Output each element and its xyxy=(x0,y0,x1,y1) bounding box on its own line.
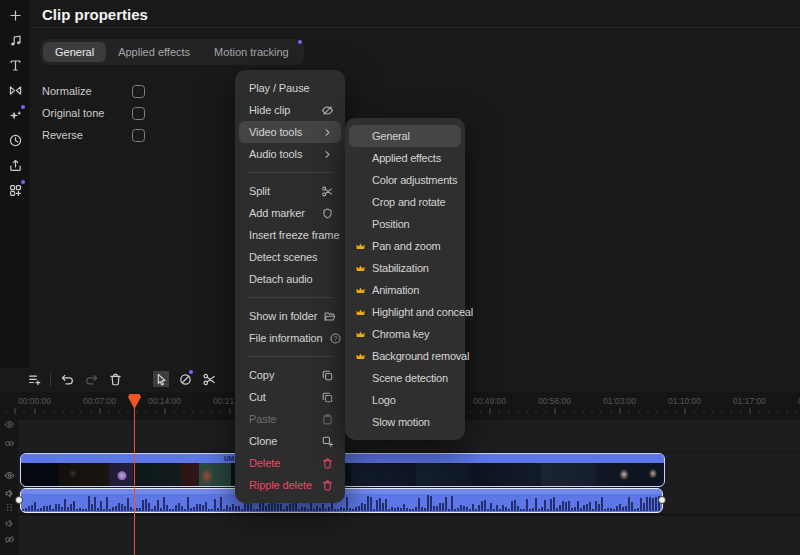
menu-item-delete[interactable]: Delete xyxy=(239,452,341,474)
submenu-item-applied-effects[interactable]: Applied effects xyxy=(349,147,461,169)
submenu-item-chroma-key[interactable]: Chroma key xyxy=(349,323,461,345)
premium-crown-icon xyxy=(355,329,366,340)
premium-crown-icon xyxy=(355,351,366,362)
menu-item-label: Insert freeze frame xyxy=(249,229,339,241)
menu-item-add-marker[interactable]: Add marker xyxy=(239,202,341,224)
track3-link-off-icon[interactable] xyxy=(4,534,15,545)
menu-item-label: Copy xyxy=(249,369,274,381)
track2-mute-icon[interactable] xyxy=(4,488,15,499)
track1-link-icon[interactable] xyxy=(4,438,15,449)
context-menu: Play / Pause Hide clip Video tools Audio… xyxy=(235,70,345,503)
menu-item-icon xyxy=(321,435,334,448)
submenu-item-scene-detection[interactable]: Scene detection xyxy=(349,367,461,389)
notification-dot xyxy=(21,180,25,184)
menu-item-icon xyxy=(321,413,334,426)
sidebar-item-export[interactable] xyxy=(4,155,26,176)
submenu-item-position[interactable]: Position xyxy=(349,213,461,235)
menu-item-play-pause[interactable]: Play / Pause xyxy=(239,77,341,99)
toolbar-button-delete[interactable] xyxy=(107,371,123,387)
submenu-item-color-adjustments[interactable]: Color adjustments xyxy=(349,169,461,191)
submenu-item-label: Color adjustments xyxy=(372,174,457,186)
menu-item-insert-freeze-frame[interactable]: Insert freeze frame xyxy=(239,224,341,246)
menu-item-copy[interactable]: Copy xyxy=(239,364,341,386)
menu-item-split[interactable]: Split xyxy=(239,180,341,202)
submenu-item-label: Applied effects xyxy=(372,152,441,164)
ruler-label-00-07-00: 00:07:00 xyxy=(67,396,132,406)
clip-trim-handle-right[interactable] xyxy=(658,496,666,504)
ruler-label-01-17-00: 01:17:00 xyxy=(717,396,782,406)
properties-tabbar: General Applied effects Motion tracking xyxy=(40,39,304,65)
toolbar-button-split-tool[interactable] xyxy=(201,371,217,387)
tab-applied-effects[interactable]: Applied effects xyxy=(106,42,202,62)
left-sidebar xyxy=(0,0,30,368)
menu-item-audio-tools[interactable]: Audio tools xyxy=(239,143,341,165)
menu-item-clone[interactable]: Clone xyxy=(239,430,341,452)
toolbar-button-undo[interactable] xyxy=(59,371,75,387)
track3-mute-icon[interactable] xyxy=(4,518,15,529)
menu-item-video-tools[interactable]: Video tools xyxy=(239,121,341,143)
sidebar-icon xyxy=(8,133,23,148)
sidebar-item-transitions[interactable] xyxy=(4,80,26,101)
toolbar-icon xyxy=(84,372,99,387)
menu-item-icon xyxy=(323,310,336,323)
checkbox[interactable] xyxy=(132,85,145,98)
toolbar-button-snap-toggle[interactable] xyxy=(177,371,193,387)
menu-item-label: Play / Pause xyxy=(249,82,310,94)
sidebar-item-effects[interactable] xyxy=(4,105,26,126)
sidebar-item-text[interactable] xyxy=(4,55,26,76)
submenu-item-crop-and-rotate[interactable]: Crop and rotate xyxy=(349,191,461,213)
menu-item-label: Cut xyxy=(249,391,266,403)
submenu-item-slow-motion[interactable]: Slow motion xyxy=(349,411,461,433)
track2-visibility-icon[interactable] xyxy=(4,470,15,481)
submenu-item-general[interactable]: General xyxy=(349,125,461,147)
menu-item-paste[interactable]: Paste xyxy=(239,408,341,430)
submenu-item-logo[interactable]: Logo xyxy=(349,389,461,411)
sidebar-item-duration[interactable] xyxy=(4,130,26,151)
submenu-item-animation[interactable]: Animation xyxy=(349,279,461,301)
submenu-item-stabilization[interactable]: Stabilization xyxy=(349,257,461,279)
tab-motion-tracking[interactable]: Motion tracking xyxy=(202,42,301,62)
checkbox[interactable] xyxy=(132,107,145,120)
menu-item-cut[interactable]: Cut xyxy=(239,386,341,408)
menu-item-hide-clip[interactable]: Hide clip xyxy=(239,99,341,121)
submenu-item-label: Pan and zoom xyxy=(372,240,441,252)
toolbar-button-redo[interactable] xyxy=(83,371,99,387)
sidebar-item-music[interactable] xyxy=(4,30,26,51)
menu-item-detach-audio[interactable]: Detach audio xyxy=(239,268,341,290)
track-lane-3 xyxy=(18,516,800,555)
menu-item-icon xyxy=(321,104,334,117)
premium-crown-icon xyxy=(355,241,366,252)
video-tools-submenu: General Applied effects Color adjustment… xyxy=(345,118,465,440)
clip-trim-handle-left[interactable] xyxy=(15,496,23,504)
menu-item-label: Hide clip xyxy=(249,104,290,116)
submenu-item-pan-and-zoom[interactable]: Pan and zoom xyxy=(349,235,461,257)
property-label: Normalize xyxy=(42,85,92,97)
toolbar-button-select-tool[interactable] xyxy=(153,371,169,387)
ruler-label-01-24-00: 01:24:00 xyxy=(782,396,800,406)
menu-item-icon xyxy=(321,185,334,198)
menu-item-label: Add marker xyxy=(249,207,305,219)
submenu-item-background-removal[interactable]: Background removal xyxy=(349,345,461,367)
menu-item-icon xyxy=(321,207,334,220)
property-label: Original tone xyxy=(42,107,104,119)
submenu-item-highlight-and-conceal[interactable]: Highlight and conceal xyxy=(349,301,461,323)
tab-general[interactable]: General xyxy=(43,42,106,62)
ruler-label-00-56-00: 00:56:00 xyxy=(522,396,587,406)
menu-item-ripple-delete[interactable]: Ripple delete xyxy=(239,474,341,496)
sidebar-item-add[interactable] xyxy=(4,5,26,26)
menu-item-detect-scenes[interactable]: Detect scenes xyxy=(239,246,341,268)
toolbar-button-add-track[interactable] xyxy=(26,371,42,387)
menu-item-label: Video tools xyxy=(249,126,302,138)
menu-item-label: Show in folder xyxy=(249,310,317,322)
checkbox[interactable] xyxy=(132,129,145,142)
menu-item-label: Audio tools xyxy=(249,148,302,160)
menu-item-show-in-folder[interactable]: Show in folder xyxy=(239,305,341,327)
track1-visibility-icon[interactable] xyxy=(4,419,15,430)
track2-drag-handle-icon[interactable] xyxy=(4,502,15,513)
sidebar-item-more-tools[interactable] xyxy=(4,180,26,201)
app-window: Clip properties General Applied effects … xyxy=(0,0,800,555)
ruler-label-00-49-00: 00:49:00 xyxy=(457,396,522,406)
sidebar-icon xyxy=(8,183,23,198)
menu-item-icon xyxy=(321,126,334,139)
menu-item-file-information[interactable]: File information xyxy=(239,327,341,349)
